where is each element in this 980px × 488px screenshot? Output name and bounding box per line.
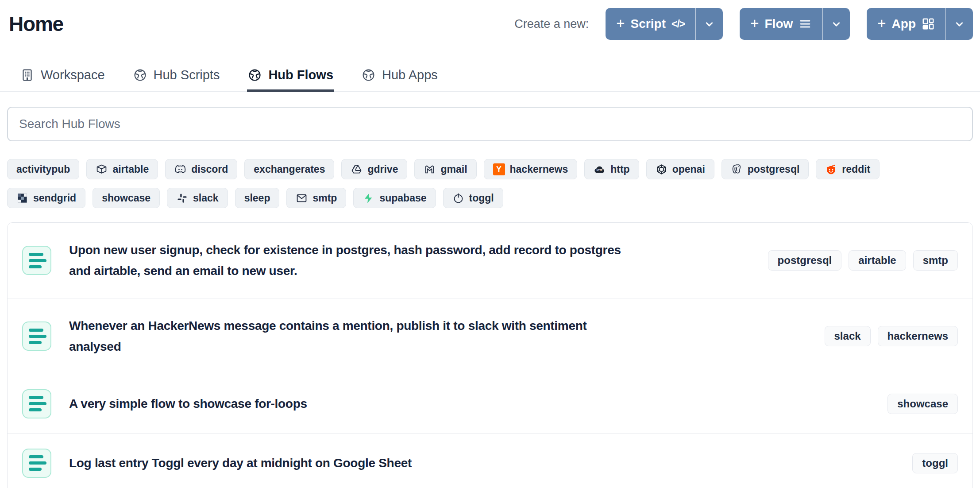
search-input[interactable] — [7, 107, 973, 141]
tab-workspace[interactable]: Workspace — [19, 61, 106, 91]
filter-chip-smtp[interactable]: smtp — [286, 188, 346, 208]
globe-icon — [133, 68, 147, 82]
filter-row: sendgrid showcase slack sleep smtp supab… — [7, 188, 973, 208]
filter-chip-label: postgresql — [748, 163, 800, 175]
discord-icon — [174, 163, 186, 175]
filter-chip-exchangerates[interactable]: exchangerates — [244, 159, 334, 179]
filter-chip-label: hackernews — [510, 163, 568, 175]
flow-badges: showcase — [887, 394, 958, 414]
filter-chip-label: smtp — [313, 192, 337, 204]
globe-icon — [248, 68, 262, 82]
filter-chip-http[interactable]: HTTP http — [584, 159, 639, 179]
slack-icon — [176, 192, 188, 204]
plus-icon: + — [877, 16, 886, 31]
flow-title: Whenever an HackerNews message contains … — [69, 315, 622, 357]
hub-page: Home Create a new: + Script </> + Flow — [0, 0, 980, 488]
app-grid-icon — [922, 17, 935, 31]
search-bar — [7, 107, 973, 141]
flow-badge: airtable — [849, 250, 906, 271]
hub-flow-row[interactable]: Whenever an HackerNews message contains … — [8, 298, 972, 374]
filter-chip-label: showcase — [102, 192, 150, 204]
filter-chip-label: airtable — [112, 163, 149, 175]
filter-chip-reddit[interactable]: reddit — [816, 159, 880, 179]
new-app-button[interactable]: + App — [867, 8, 945, 40]
filter-chip-label: toggl — [469, 192, 494, 204]
tab-label: Workspace — [41, 68, 105, 82]
new-flow-dropdown-button[interactable] — [822, 8, 850, 40]
flow-badge: postgresql — [768, 250, 842, 271]
airtable-icon — [96, 163, 108, 175]
filter-chip-showcase[interactable]: showcase — [93, 188, 160, 208]
new-script-label: Script — [631, 17, 666, 31]
filter-chip-hackernews[interactable]: Y hackernews — [484, 159, 578, 179]
new-flow-label: Flow — [765, 17, 793, 31]
filter-chip-airtable[interactable]: airtable — [86, 159, 158, 179]
tab-hub-flows[interactable]: Hub Flows — [247, 61, 334, 91]
create-new-label: Create a new: — [514, 17, 589, 31]
postgresql-icon — [731, 163, 743, 175]
filter-chip-label: sendgrid — [33, 192, 76, 204]
filter-chip-postgresql[interactable]: postgresql — [721, 159, 809, 179]
filter-chip-label: exchangerates — [254, 163, 325, 175]
hub-flows-list: Upon new user signup, check for existenc… — [7, 222, 973, 488]
new-flow-splitbutton: + Flow — [740, 8, 850, 40]
new-app-label: App — [892, 17, 916, 31]
filter-chip-label: openai — [672, 163, 705, 175]
hackernews-icon: Y — [493, 163, 505, 175]
flow-title: Upon new user signup, check for existenc… — [69, 240, 622, 281]
filter-chip-openai[interactable]: openai — [646, 159, 714, 179]
plus-icon: + — [750, 16, 759, 31]
globe-icon — [362, 68, 375, 82]
filter-chip-sendgrid[interactable]: sendgrid — [7, 188, 85, 208]
filter-chip-label: gdrive — [367, 163, 398, 175]
filter-chip-label: gmail — [440, 163, 467, 175]
reddit-icon — [825, 163, 837, 175]
create-new-group: Create a new: + Script </> + Flow — [514, 8, 973, 40]
supabase-icon — [363, 192, 374, 204]
hub-flow-row[interactable]: Upon new user signup, check for existenc… — [8, 223, 972, 298]
new-script-button[interactable]: + Script </> — [606, 8, 695, 40]
filter-chip-label: activitypub — [16, 163, 70, 175]
hub-flow-row[interactable]: A very simple flow to showcase for-loops… — [8, 374, 972, 434]
flow-lines-icon — [799, 17, 812, 31]
filter-chip-supabase[interactable]: supabase — [353, 188, 436, 208]
filter-chip-slack[interactable]: slack — [167, 188, 228, 208]
filter-chip-sleep[interactable]: sleep — [235, 188, 280, 208]
flow-icon — [22, 389, 51, 418]
filter-chip-label: supabase — [379, 192, 426, 204]
hub-flow-row[interactable]: Log last entry Toggl every day at midnig… — [8, 434, 972, 488]
filter-row: activitypub airtable discord exchangerat… — [7, 159, 973, 179]
tab-hub-apps[interactable]: Hub Apps — [361, 61, 439, 91]
toggl-icon — [452, 192, 464, 204]
tab-label: Hub Scripts — [154, 68, 220, 82]
new-script-dropdown-button[interactable] — [695, 8, 723, 40]
building-icon — [20, 68, 34, 82]
flow-icon — [22, 449, 51, 478]
filter-chip-activitypub[interactable]: activitypub — [7, 159, 79, 179]
new-app-dropdown-button[interactable] — [945, 8, 973, 40]
flow-title: Log last entry Toggl every day at midnig… — [69, 453, 412, 473]
filter-chip-label: reddit — [842, 163, 870, 175]
chevron-down-icon — [830, 18, 842, 30]
new-flow-button[interactable]: + Flow — [740, 8, 822, 40]
page-title: Home — [9, 12, 63, 36]
gdrive-icon — [351, 163, 363, 175]
filter-chip-toggl[interactable]: toggl — [443, 188, 503, 208]
tab-label: Hub Apps — [382, 68, 438, 82]
chevron-down-icon — [953, 18, 965, 30]
new-script-splitbutton: + Script </> — [606, 8, 723, 40]
filter-chip-discord[interactable]: discord — [165, 159, 237, 179]
gmail-icon — [424, 163, 436, 175]
flow-badge: toggl — [912, 453, 958, 473]
tab-hub-scripts[interactable]: Hub Scripts — [132, 61, 221, 91]
plus-icon: + — [616, 16, 625, 31]
filter-chip-gdrive[interactable]: gdrive — [341, 159, 407, 179]
new-app-splitbutton: + App — [867, 8, 973, 40]
tab-label: Hub Flows — [268, 68, 333, 82]
smtp-envelope-icon — [296, 192, 308, 204]
chevron-down-icon — [703, 18, 715, 30]
http-icon: HTTP — [594, 163, 606, 175]
filter-chip-gmail[interactable]: gmail — [414, 159, 476, 179]
tabs: Workspace Hub Scripts Hub Flows Hub Apps — [0, 61, 980, 92]
flow-badge: slack — [825, 326, 871, 346]
